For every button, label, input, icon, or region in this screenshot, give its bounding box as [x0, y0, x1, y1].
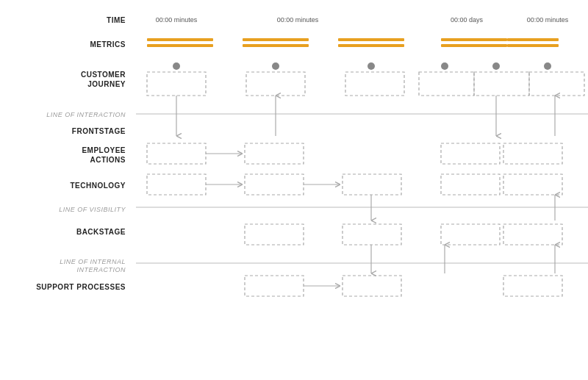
time-label: TIME	[0, 16, 136, 25]
customer-journey-row: CUSTOMER JOURNEY	[0, 60, 588, 98]
line-of-interaction-row: LINE OF INTERACTION	[0, 108, 588, 121]
technology-row: TECHNOLOGY	[0, 174, 588, 198]
line-of-visibility-row: LINE OF VISIBILITY	[0, 203, 588, 216]
line-of-interaction-label: LINE OF INTERACTION	[0, 111, 136, 119]
backstage-label: BACKSTAGE	[0, 228, 136, 237]
line-of-internal-interaction-label: LINE OF INTERNAL INTERACTION	[0, 258, 136, 275]
support-processes-label: SUPPORT PROCESSES	[0, 283, 136, 292]
technology-label: TECHNOLOGY	[0, 182, 136, 190]
metrics-label: METRICS	[0, 40, 136, 49]
support-processes-row: SUPPORT PROCESSES	[0, 276, 588, 299]
customer-journey-label: CUSTOMER JOURNEY	[0, 70, 136, 89]
line-of-visibility-label: LINE OF VISIBILITY	[0, 206, 136, 214]
frontstage-label: FRONTSTAGE	[0, 127, 136, 136]
service-blueprint-diagram: 00:00 minutes 00:00 minutes 00:00 days 0…	[0, 0, 588, 380]
employee-actions-row: EMPLOYEE ACTIONS	[0, 143, 588, 167]
frontstage-row: FRONTSTAGE	[0, 123, 588, 140]
time-row: TIME	[0, 12, 588, 29]
employee-actions-label: EMPLOYEE ACTIONS	[0, 146, 136, 165]
backstage-row: BACKSTAGE	[0, 221, 588, 244]
line-of-internal-interaction-row: LINE OF INTERNAL INTERACTION	[0, 257, 588, 275]
metrics-row: METRICS	[0, 35, 588, 55]
